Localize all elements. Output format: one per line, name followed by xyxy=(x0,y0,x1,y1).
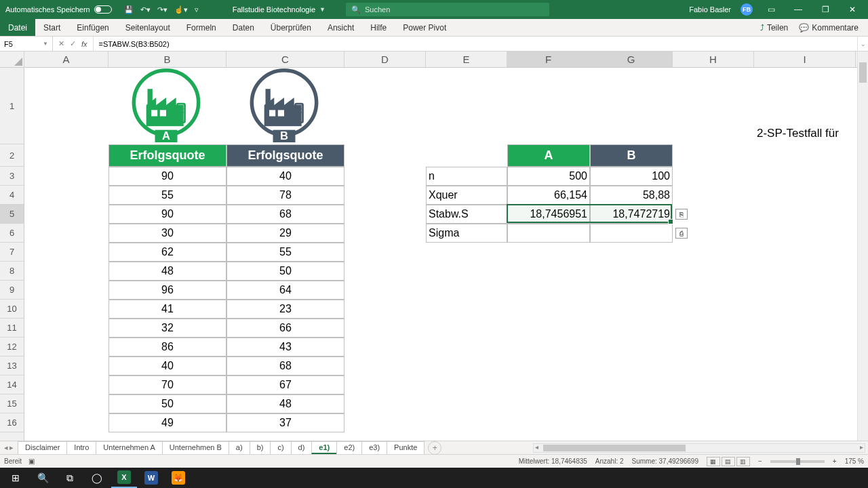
tab-start[interactable]: Start xyxy=(35,19,68,36)
column-header-D[interactable]: D xyxy=(344,52,426,67)
share-button[interactable]: ⤴Teilen xyxy=(756,22,792,34)
cortana-button[interactable]: ◯ xyxy=(84,468,110,488)
column-header-G[interactable]: G xyxy=(590,52,673,67)
ribbon-display-icon[interactable]: ▭ xyxy=(762,5,780,14)
sheet-tab-e1[interactable]: e1) xyxy=(311,441,337,454)
zoom-out-button[interactable]: − xyxy=(758,458,762,465)
row-header-5[interactable]: 5 xyxy=(0,205,24,224)
tab-ansicht[interactable]: Ansicht xyxy=(319,19,362,36)
cancel-formula-icon[interactable]: ✕ xyxy=(58,39,64,48)
view-page-layout-icon[interactable]: ▤ xyxy=(722,457,735,466)
row-header-11[interactable]: 11 xyxy=(0,319,24,338)
expand-formula-bar-icon[interactable]: ⌄ xyxy=(857,37,868,51)
record-macro-icon[interactable]: ▣ xyxy=(28,458,35,465)
sheet-tab-punkte[interactable]: Punkte xyxy=(387,441,425,454)
add-sheet-button[interactable]: + xyxy=(428,441,441,455)
search-box[interactable]: 🔍 Suchen xyxy=(346,3,549,16)
view-page-break-icon[interactable]: ▥ xyxy=(736,457,750,466)
excel-taskbar-button[interactable]: X xyxy=(111,468,137,488)
row-header-1[interactable]: 1 xyxy=(0,68,24,144)
right-cutoff-text[interactable]: 2-SP-Testfall für xyxy=(754,68,856,144)
tab-einfuegen[interactable]: Einfügen xyxy=(68,19,117,36)
sheet-tab-intro[interactable]: Intro xyxy=(66,441,96,454)
sheet-tab-c[interactable]: c) xyxy=(270,441,291,454)
row-header-6[interactable]: 6 xyxy=(0,224,24,243)
column-header-F[interactable]: F xyxy=(507,52,590,67)
fx-icon[interactable]: fx xyxy=(81,40,87,48)
formula-input[interactable]: =STABW.S(B3:B502) xyxy=(94,40,857,48)
zoom-in-button[interactable]: + xyxy=(833,458,837,465)
row-header-12[interactable]: 12 xyxy=(0,338,24,357)
sheet-nav-prev-icon[interactable]: ◂ xyxy=(4,443,8,452)
search-button[interactable]: 🔍 xyxy=(30,468,56,488)
minimize-icon[interactable]: — xyxy=(789,5,807,14)
cells-area[interactable]: A B ErfolgsquoteErfolgsquote905590306248… xyxy=(24,68,857,441)
tab-daten[interactable]: Daten xyxy=(224,19,262,36)
sheet-tab-b[interactable]: b) xyxy=(250,441,271,454)
document-name[interactable]: Fallstudie Biotechnologie ▼ xyxy=(233,5,326,14)
vertical-scrollbar[interactable] xyxy=(857,52,868,441)
tab-power-pivot[interactable]: Power Pivot xyxy=(395,19,454,36)
quick-analysis-icon[interactable]: ⎙ xyxy=(675,228,688,239)
row-header-10[interactable]: 10 xyxy=(0,300,24,319)
sheet-tab-e2[interactable]: e2) xyxy=(336,441,362,454)
row-header-2[interactable]: 2 xyxy=(0,144,24,167)
zoom-level[interactable]: 175 % xyxy=(845,458,864,465)
row-header-7[interactable]: 7 xyxy=(0,243,24,262)
select-all-button[interactable] xyxy=(0,52,24,68)
column-header-A[interactable]: A xyxy=(24,52,108,67)
tab-hilfe[interactable]: Hilfe xyxy=(362,19,395,36)
user-avatar[interactable]: FB xyxy=(741,3,753,16)
firefox-taskbar-button[interactable]: 🦊 xyxy=(165,468,191,488)
word-taskbar-button[interactable]: W xyxy=(138,468,164,488)
column-headers[interactable]: ABCDEFGHI xyxy=(24,52,857,68)
tab-formeln[interactable]: Formeln xyxy=(178,19,224,36)
sheet-tab-d[interactable]: d) xyxy=(291,441,313,454)
sheet-tab-disclaimer[interactable]: Disclaimer xyxy=(18,441,67,454)
column-header-E[interactable]: E xyxy=(426,52,507,67)
column-header-H[interactable]: H xyxy=(673,52,754,67)
row-header-16[interactable]: 16 xyxy=(0,413,24,432)
column-header-C[interactable]: C xyxy=(226,52,344,67)
close-icon[interactable]: ✕ xyxy=(844,5,861,14)
row-header-8[interactable]: 8 xyxy=(0,262,24,281)
horizontal-scrollbar[interactable] xyxy=(533,443,865,453)
scrollbar-thumb[interactable] xyxy=(543,445,686,451)
view-normal-icon[interactable]: ▦ xyxy=(707,457,720,466)
sheet-tab-e3[interactable]: e3) xyxy=(361,441,387,454)
sheet-tab-unternehmena[interactable]: Unternehmen A xyxy=(96,441,162,454)
sheet-tab-a[interactable]: a) xyxy=(229,441,250,454)
status-bar: Bereit ▣ Mittelwert: 18,7464835 Anzahl: … xyxy=(0,454,868,468)
sheet-nav-next-icon[interactable]: ▸ xyxy=(9,443,14,452)
redo-icon[interactable]: ↷▾ xyxy=(157,5,167,14)
row-header-13[interactable]: 13 xyxy=(0,357,24,375)
accept-formula-icon[interactable]: ✓ xyxy=(70,39,76,48)
undo-icon[interactable]: ↶▾ xyxy=(140,5,151,14)
comments-button[interactable]: 💬Kommentare xyxy=(795,22,863,34)
row-header-15[interactable]: 15 xyxy=(0,394,24,413)
start-button[interactable]: ⊞ xyxy=(3,468,28,488)
zoom-slider[interactable] xyxy=(770,460,825,463)
autosave-toggle[interactable]: Automatisches Speichern xyxy=(0,5,117,14)
row-header-14[interactable]: 14 xyxy=(0,375,24,394)
name-box[interactable]: F5 ▼ xyxy=(0,37,53,51)
tab-seitenlayout[interactable]: Seitenlayout xyxy=(117,19,178,36)
row-header-9[interactable]: 9 xyxy=(0,281,24,300)
tab-ueberpruefen[interactable]: Überprüfen xyxy=(262,19,319,36)
row-headers[interactable]: 12345678910111213141516 xyxy=(0,68,24,441)
scrollbar-thumb[interactable] xyxy=(859,62,867,83)
maximize-icon[interactable]: ❐ xyxy=(816,5,834,14)
row-header-4[interactable]: 4 xyxy=(0,186,24,205)
tab-datei[interactable]: Datei xyxy=(0,19,35,36)
column-header-B[interactable]: B xyxy=(108,52,226,67)
autofill-options-icon[interactable]: ⎘ xyxy=(675,209,688,220)
status-mean: Mittelwert: 18,7464835 xyxy=(519,458,587,465)
row-header-3[interactable]: 3 xyxy=(0,167,24,186)
qat-customize-icon[interactable]: ▿ xyxy=(195,5,199,14)
task-view-button[interactable]: ⧉ xyxy=(57,468,83,488)
sheet-tab-unternehmenb[interactable]: Unternehmen B xyxy=(162,441,229,454)
column-header-I[interactable]: I xyxy=(754,52,856,67)
save-icon[interactable]: 💾 xyxy=(124,5,134,14)
touch-mode-icon[interactable]: ☝▾ xyxy=(174,5,188,14)
spreadsheet-grid[interactable]: ABCDEFGHI 12345678910111213141516 A B Er… xyxy=(0,52,868,441)
